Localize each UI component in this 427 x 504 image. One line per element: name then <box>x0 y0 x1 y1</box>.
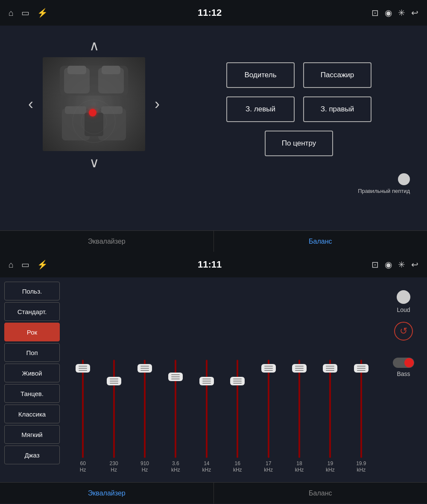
slider-col-5: 16kHz <box>223 354 252 474</box>
top-status-bar: ⌂ ▭ ⚡ 11:12 ⊡ ◉ ✳ ↩ <box>0 0 427 26</box>
loud-circle[interactable] <box>397 290 410 304</box>
slider-handle-5[interactable] <box>230 377 245 385</box>
buttons-row-middle: З. левый З. правый <box>226 96 371 122</box>
location-icon[interactable]: ◉ <box>385 8 392 18</box>
bottom-home-icon[interactable]: ⌂ <box>9 260 14 270</box>
seat-nav-right[interactable]: › <box>149 93 165 115</box>
top-tab-bar: Эквалайзер Баланс <box>0 230 427 252</box>
cast-icon[interactable]: ⊡ <box>371 8 379 18</box>
slider-label-1: 230Hz <box>110 460 118 474</box>
slider-track-0 <box>82 360 84 458</box>
rear-left-button[interactable]: З. левый <box>226 96 295 122</box>
driver-button[interactable]: Водитель <box>226 62 295 88</box>
buttons-row-top: Водитель Пассажир <box>226 62 371 88</box>
slider-track-6 <box>268 360 269 458</box>
bottom-back-icon[interactable]: ↩ <box>411 259 418 270</box>
bass-slider-track[interactable] <box>393 358 414 368</box>
preset-item-5[interactable]: Танцев. <box>4 384 60 403</box>
seat-svg <box>51 61 137 147</box>
toggle-circle[interactable] <box>398 173 410 185</box>
screen-icon[interactable]: ▭ <box>21 8 29 18</box>
slider-track-9 <box>360 360 362 458</box>
slider-label-9: 19.9kHz <box>356 460 366 474</box>
slider-handle-4[interactable] <box>199 377 214 385</box>
seat-nav-left[interactable]: ‹ <box>23 93 38 115</box>
buttons-panel: Водитель Пассажир З. левый З. правый По … <box>175 34 414 222</box>
slider-label-4: 14kHz <box>202 460 211 474</box>
tab-equalizer-top[interactable]: Эквалайзер <box>0 231 214 252</box>
bluetooth-icon[interactable]: ✳ <box>398 8 405 18</box>
slider-col-6: 17kHz <box>254 354 283 474</box>
toggle-label: Правильный пептид <box>358 188 410 194</box>
sliders-row: 60Hz 230Hz <box>68 286 376 478</box>
status-bar-left-icons: ⌂ ▭ ⚡ <box>9 8 48 18</box>
bottom-bluetooth-icon[interactable]: ✳ <box>398 259 405 270</box>
preset-item-7[interactable]: Мягкий <box>4 425 60 444</box>
bass-toggle: Bass <box>393 358 414 377</box>
home-icon[interactable]: ⌂ <box>9 8 14 18</box>
bottom-cast-icon[interactable]: ⊡ <box>371 259 379 270</box>
loud-label: Loud <box>397 306 410 313</box>
slider-col-8: 19kHz <box>316 354 345 474</box>
bottom-usb-icon[interactable]: ⚡ <box>37 259 48 270</box>
bottom-screen-icon[interactable]: ▭ <box>21 259 29 270</box>
top-main-content: ∧ ‹ <box>0 26 427 230</box>
tab-equalizer-bottom[interactable]: Эквалайзер <box>0 483 214 504</box>
eq-right-controls: Loud ↺ Bass <box>380 277 427 482</box>
rear-right-button[interactable]: З. правый <box>303 96 371 122</box>
slider-handle-7[interactable] <box>292 364 307 373</box>
slider-label-0: 60Hz <box>80 460 86 474</box>
bass-slider-knob <box>404 358 414 367</box>
slider-handle-3[interactable] <box>168 373 183 381</box>
preset-item-6[interactable]: Классика <box>4 405 60 423</box>
status-bar-right-icons: ⊡ ◉ ✳ ↩ <box>371 8 418 18</box>
slider-handle-6[interactable] <box>261 364 276 373</box>
slider-handle-1[interactable] <box>107 377 121 385</box>
seat-arrow-down[interactable]: ∨ <box>81 151 108 174</box>
slider-label-3: 3.6kHz <box>171 460 180 474</box>
slider-track-2 <box>144 360 146 458</box>
usb-icon[interactable]: ⚡ <box>37 8 48 18</box>
slider-col-3: 3.6kHz <box>161 354 190 474</box>
slider-track-5 <box>237 360 238 458</box>
slider-track-3 <box>175 360 176 458</box>
buttons-row-bottom: По центру <box>265 131 333 156</box>
bottom-tab-bar: Эквалайзер Баланс <box>0 482 427 504</box>
top-time: 11:12 <box>198 7 222 18</box>
slider-handle-0[interactable] <box>76 364 90 373</box>
red-dot-indicator <box>89 109 97 117</box>
top-panel: ⌂ ▭ ⚡ 11:12 ⊡ ◉ ✳ ↩ ∧ ‹ <box>0 0 427 252</box>
preset-item-1[interactable]: Стандарт. <box>4 302 60 321</box>
toggle-area: Правильный пептид <box>358 173 414 194</box>
preset-item-2[interactable]: Рок <box>4 323 60 341</box>
bottom-status-bar-left: ⌂ ▭ ⚡ <box>9 259 48 270</box>
preset-list: Польз.Стандарт.РокПопЖивойТанцев.Классик… <box>0 277 64 482</box>
slider-label-5: 16kHz <box>233 460 242 474</box>
bass-label: Bass <box>397 370 410 377</box>
bottom-panel: ⌂ ▭ ⚡ 11:11 ⊡ ◉ ✳ ↩ Польз.Стандарт.РокПо… <box>0 252 427 504</box>
preset-item-8[interactable]: Джаз <box>4 446 60 464</box>
slider-handle-8[interactable] <box>323 364 337 373</box>
bottom-location-icon[interactable]: ◉ <box>385 259 392 270</box>
preset-item-3[interactable]: Поп <box>4 343 60 362</box>
slider-label-8: 19kHz <box>326 460 335 474</box>
seat-arrow-up[interactable]: ∧ <box>81 34 108 57</box>
preset-item-0[interactable]: Польз. <box>4 282 60 300</box>
slider-label-2: 910Hz <box>140 460 149 474</box>
eq-content: Польз.Стандарт.РокПопЖивойТанцев.Классик… <box>0 277 427 482</box>
center-button[interactable]: По центру <box>265 131 333 156</box>
preset-item-4[interactable]: Живой <box>4 364 60 382</box>
svg-rect-8 <box>101 106 123 114</box>
slider-label-6: 17kHz <box>264 460 273 474</box>
tab-balance-top[interactable]: Баланс <box>214 231 427 252</box>
back-icon[interactable]: ↩ <box>411 8 418 18</box>
bottom-status-bar-right: ⊡ ◉ ✳ ↩ <box>371 259 418 270</box>
slider-handle-9[interactable] <box>354 364 369 373</box>
seat-image <box>43 57 145 151</box>
tab-balance-bottom[interactable]: Баланс <box>214 483 427 504</box>
passenger-button[interactable]: Пассажир <box>303 62 371 88</box>
seat-image-inner <box>43 57 145 151</box>
slider-handle-2[interactable] <box>137 364 152 373</box>
slider-track-7 <box>298 360 300 458</box>
reset-button[interactable]: ↺ <box>394 322 413 341</box>
